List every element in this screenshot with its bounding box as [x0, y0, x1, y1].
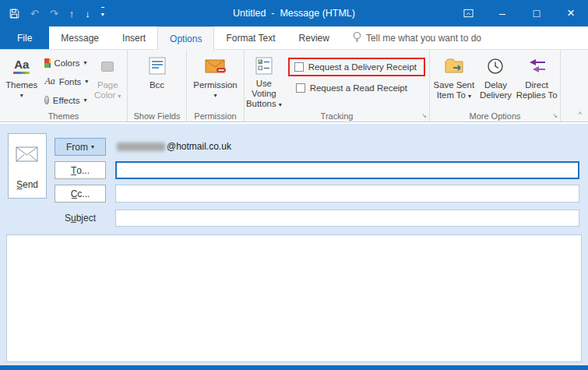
delay-label-1: Delay	[484, 80, 507, 90]
use-voting-buttons-button[interactable]: Use Voting Buttons▾	[246, 52, 282, 110]
subject-row: Su̲bject	[0, 210, 588, 228]
page-color-icon	[101, 54, 114, 79]
to-button-label: T̲o...	[71, 165, 90, 176]
from-row: From ▾ @hotmail.co.uk	[0, 138, 588, 157]
fonts-button[interactable]: Aa Fonts ▾	[41, 73, 90, 90]
group-label-show-fields: Show Fields	[134, 111, 181, 121]
subject-label: Su̲bject	[55, 213, 106, 224]
group-label-permission: Permission	[194, 111, 236, 121]
previous-item-icon[interactable]: ↑	[69, 9, 75, 19]
message-body[interactable]	[6, 234, 582, 362]
dropdown-icon: ▾	[83, 97, 86, 104]
group-label-themes: Themes	[48, 111, 79, 121]
dropdown-icon: ▾	[213, 92, 217, 99]
ribbon-group-tracking: Use Voting Buttons▾ Request a Delivery R…	[245, 50, 430, 122]
fonts-button-label: Fonts	[59, 77, 82, 86]
ribbon-display-options-icon[interactable]	[451, 0, 485, 26]
ribbon: Aa Themes ▾ Colors ▾ Aa Fonts ▾	[0, 50, 588, 122]
to-button[interactable]: T̲o...	[55, 161, 106, 179]
fonts-icon: Aa	[44, 76, 55, 87]
cc-button[interactable]: C̲c...	[55, 185, 106, 203]
bcc-icon	[147, 54, 167, 79]
tab-file[interactable]: File	[0, 26, 49, 49]
tracking-dialog-launcher-icon[interactable]: ↘	[421, 113, 427, 119]
direct-replies-to-button[interactable]: Direct Replies To	[515, 52, 558, 110]
effects-button[interactable]: Effects ▾	[41, 92, 90, 108]
from-button-label: From	[66, 142, 88, 153]
dropdown-icon: ▾	[468, 93, 471, 100]
tab-message[interactable]: Message	[49, 26, 111, 49]
themes-button[interactable]: Aa Themes ▾	[2, 52, 41, 110]
save-sent-folder-icon	[444, 54, 464, 79]
cc-row: C̲c...	[0, 185, 588, 203]
maximize-button[interactable]: □	[519, 0, 554, 26]
voting-label-1: Use Voting	[246, 79, 282, 99]
titlebar: ↶ ↷ ↑ ↓ ▾ Untitled - Message (HTML) – □ …	[0, 0, 588, 26]
cc-button-label: C̲c...	[71, 189, 90, 199]
effects-button-label: Effects	[53, 96, 80, 105]
more-options-dialog-launcher-icon[interactable]: ↘	[552, 113, 558, 119]
ribbon-group-show-fields: Bcc Show Fields	[128, 50, 187, 122]
save-sent-label-1: Save Sent	[434, 80, 475, 90]
next-item-icon[interactable]: ↓	[85, 9, 90, 19]
ribbon-group-themes: Aa Themes ▾ Colors ▾ Aa Fonts ▾	[0, 50, 128, 122]
dropdown-icon: ▾	[85, 78, 88, 85]
customize-qat-icon[interactable]: ▾	[101, 7, 104, 19]
effects-icon	[44, 96, 48, 104]
ribbon-tabs: File Message Insert Options Format Text …	[0, 26, 588, 50]
collapse-ribbon-icon[interactable]: ^	[579, 111, 582, 118]
to-row: T̲o...	[0, 161, 588, 180]
tab-review[interactable]: Review	[287, 26, 341, 49]
censored-email-block	[117, 143, 165, 151]
tab-tell-me[interactable]: Tell me what you want to do	[341, 26, 493, 49]
from-button[interactable]: From ▾	[55, 138, 106, 156]
tab-options[interactable]: Options	[157, 26, 214, 50]
bcc-button[interactable]: Bcc	[136, 52, 178, 110]
group-label-tracking: Tracking	[321, 111, 354, 121]
voting-label-2: Buttons▾	[246, 99, 282, 110]
delivery-receipt-checkbox[interactable]: Request a Delivery Receipt	[294, 62, 417, 72]
delivery-receipt-label: Request a Delivery Receipt	[308, 62, 417, 72]
lightbulb-icon	[353, 31, 361, 45]
dropdown-icon: ▾	[83, 59, 86, 66]
subject-input[interactable]	[115, 210, 579, 227]
save-icon[interactable]	[9, 9, 19, 19]
page-color-button[interactable]: Page Color▾	[90, 52, 125, 110]
dropdown-icon: ▾	[20, 92, 23, 99]
permission-icon	[205, 54, 227, 79]
checkbox-icon	[294, 62, 304, 72]
save-sent-label-2: Item To▾	[437, 90, 471, 101]
close-button[interactable]: ×	[554, 0, 588, 26]
window-bottom-border	[0, 365, 588, 370]
undo-icon[interactable]: ↶	[30, 9, 39, 19]
from-address: @hotmail.co.uk	[117, 141, 231, 152]
bcc-button-label: Bcc	[150, 80, 164, 90]
ribbon-group-more-options: Save Sent Item To▾ Delay Delivery Direct…	[430, 50, 561, 122]
direct-label-2: Replies To	[516, 90, 558, 100]
tell-me-label: Tell me what you want to do	[366, 33, 481, 44]
checkbox-icon	[296, 83, 305, 93]
outlook-message-window: ↶ ↷ ↑ ↓ ▾ Untitled - Message (HTML) – □ …	[0, 0, 588, 370]
colors-button[interactable]: Colors ▾	[41, 55, 90, 71]
cc-input[interactable]	[115, 185, 579, 203]
read-receipt-checkbox[interactable]: Request a Read Receipt	[296, 83, 425, 93]
colors-icon	[44, 58, 50, 68]
direct-label-1: Direct	[525, 80, 548, 90]
tab-format-text[interactable]: Format Text	[214, 26, 287, 49]
themes-button-label: Themes	[5, 80, 37, 90]
dropdown-icon: ▾	[118, 93, 121, 100]
to-input[interactable]	[115, 161, 579, 179]
read-receipt-label: Request a Read Receipt	[310, 83, 407, 93]
quick-access-toolbar: ↶ ↷ ↑ ↓ ▾	[0, 7, 104, 19]
themes-icon: Aa	[13, 54, 30, 79]
minimize-button[interactable]: –	[485, 0, 519, 26]
redo-icon[interactable]: ↷	[50, 9, 58, 19]
save-sent-item-to-button[interactable]: Save Sent Item To▾	[431, 52, 477, 110]
voting-buttons-icon	[254, 54, 274, 77]
delay-delivery-button[interactable]: Delay Delivery	[477, 52, 516, 110]
permission-button[interactable]: Permission ▾	[191, 52, 241, 110]
dropdown-icon: ▾	[91, 143, 94, 150]
tab-insert[interactable]: Insert	[111, 26, 157, 49]
delay-label-2: Delivery	[480, 90, 512, 100]
page-color-label-2: Color▾	[94, 90, 121, 101]
